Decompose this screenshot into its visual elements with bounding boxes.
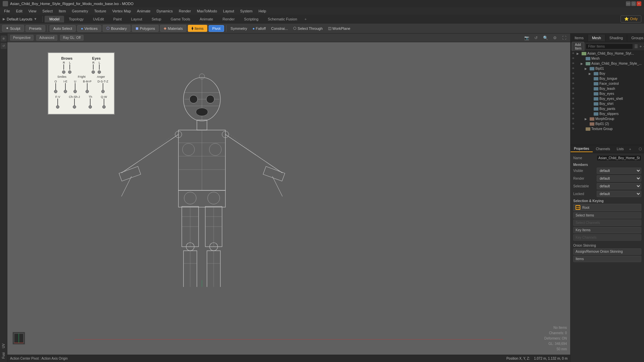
visibility-icon[interactable]: 👁 bbox=[572, 102, 576, 105]
boundary-button[interactable]: ⬡ Boundary bbox=[103, 25, 130, 32]
tree-item[interactable]: 👁 Face_control bbox=[571, 81, 644, 86]
visibility-icon[interactable]: 👁 bbox=[572, 72, 576, 75]
visibility-icon[interactable]: 👁 bbox=[572, 117, 576, 120]
select-channels-button[interactable]: Select Channels bbox=[573, 220, 641, 226]
menu-animate[interactable]: Animate bbox=[134, 8, 153, 14]
select-items-button[interactable]: Select Items bbox=[573, 212, 641, 219]
tree-item[interactable]: 👁 Boy_eyes bbox=[571, 91, 644, 96]
locked-select[interactable]: default bbox=[597, 191, 641, 197]
menu-help[interactable]: Help bbox=[256, 8, 269, 14]
visibility-icon[interactable]: 👁 bbox=[572, 52, 576, 55]
menu-texture[interactable]: Texture bbox=[92, 8, 109, 14]
render-select[interactable]: default bbox=[597, 175, 641, 182]
tree-item[interactable]: 👁 Bip01 (2) bbox=[571, 121, 644, 126]
tree-item[interactable]: 👁 Texture Group bbox=[571, 126, 644, 131]
constraints-check[interactable]: Constrai... bbox=[269, 26, 290, 31]
menu-view[interactable]: View bbox=[26, 8, 39, 14]
key-items-button[interactable]: Key Items bbox=[573, 227, 641, 233]
tab-model[interactable]: Model bbox=[45, 16, 64, 22]
close-button[interactable]: ✕ bbox=[637, 1, 641, 6]
tab-game-tools[interactable]: Game Tools bbox=[166, 16, 195, 22]
rp-tab-items[interactable]: Items bbox=[571, 35, 588, 41]
ray-gl-button[interactable]: Ray GL: Off bbox=[60, 35, 84, 41]
menu-file[interactable]: File bbox=[1, 8, 13, 14]
name-input[interactable] bbox=[597, 155, 641, 161]
tree-item[interactable]: 👁 ▶ Bip01 bbox=[571, 66, 644, 71]
tree-item[interactable]: 👁 ▶ Boy bbox=[571, 71, 644, 76]
sculpt-button[interactable]: ✦ Sculpt bbox=[2, 25, 24, 32]
tree-item[interactable]: 👁 Boy_pants bbox=[571, 106, 644, 111]
layout-selector[interactable]: Default Layouts bbox=[7, 17, 32, 21]
visibility-icon[interactable]: 👁 bbox=[572, 82, 576, 85]
auto-select-button[interactable]: Auto Select bbox=[50, 25, 76, 32]
rp-tab-groups[interactable]: Groups bbox=[627, 35, 644, 41]
tree-item[interactable]: 👁 ▶ MorphGroup bbox=[571, 116, 644, 121]
visibility-icon[interactable]: 👁 bbox=[572, 77, 576, 80]
visibility-icon[interactable]: 👁 bbox=[572, 87, 576, 90]
tab-setup[interactable]: Setup bbox=[147, 16, 166, 22]
rp-tab-mesh[interactable]: Mesh bbox=[588, 35, 605, 41]
tree-item[interactable]: 👁 Boy_slippers bbox=[571, 111, 644, 116]
visibility-icon[interactable]: 👁 bbox=[572, 112, 576, 115]
selectable-select[interactable]: default bbox=[597, 183, 641, 189]
left-tool-2[interactable]: ↺ bbox=[1, 43, 7, 49]
key-channels-button[interactable]: Key Channels bbox=[573, 234, 641, 241]
falloff-check[interactable]: ● Falloff bbox=[251, 26, 268, 31]
list-view-icon[interactable]: ☰ bbox=[634, 44, 638, 50]
tree-item[interactable]: 👁 ▶ Asian_Child_Boy_Home_Style_... bbox=[571, 61, 644, 66]
workplane-check[interactable]: ◫ WorkPlane bbox=[326, 25, 353, 31]
tree-item[interactable]: 👁 Boy_tongue bbox=[571, 76, 644, 81]
polygons-button[interactable]: ◼ Polygons bbox=[132, 25, 159, 32]
visible-select[interactable]: default bbox=[597, 168, 641, 174]
add-tab-button[interactable]: + bbox=[302, 16, 309, 22]
tree-item[interactable]: 👁 Mesh bbox=[571, 56, 644, 61]
visibility-icon[interactable]: 👁 bbox=[572, 122, 576, 125]
menu-geometry[interactable]: Geometry bbox=[69, 8, 91, 14]
symmetry-check[interactable]: Symmetry bbox=[228, 26, 249, 31]
props-tab-lists[interactable]: Lists bbox=[613, 146, 627, 152]
tab-uvedit[interactable]: UvEdit bbox=[88, 16, 108, 22]
tab-scripting[interactable]: Scripting bbox=[239, 16, 263, 22]
root-button[interactable]: Root bbox=[573, 204, 641, 211]
window-controls[interactable]: — □ ✕ bbox=[626, 1, 641, 6]
tree-item[interactable]: 👁 Boy_shirt bbox=[571, 101, 644, 106]
materials-button[interactable]: ◈ Materials bbox=[160, 25, 186, 32]
props-tab-properties[interactable]: Properties bbox=[571, 146, 593, 152]
add-item-button[interactable]: Add Item bbox=[572, 42, 584, 51]
list-plus-icon[interactable]: + bbox=[639, 44, 642, 50]
vp-icon-settings[interactable]: ⚙ bbox=[551, 35, 558, 41]
tab-render[interactable]: Render bbox=[218, 16, 239, 22]
vp-icon-zoom[interactable]: 🔍 bbox=[542, 35, 549, 41]
props-expand-button[interactable]: ⬡ bbox=[637, 146, 644, 152]
tree-item[interactable]: 👁 Boy_leash bbox=[571, 86, 644, 91]
menu-dynamics[interactable]: Dynamics bbox=[154, 8, 175, 14]
visibility-icon[interactable]: 👁 bbox=[572, 67, 576, 70]
filter-items-input[interactable] bbox=[586, 44, 633, 49]
visibility-icon[interactable]: 👁 bbox=[572, 127, 576, 130]
pivot-button[interactable]: Pivot bbox=[209, 25, 224, 32]
visibility-icon[interactable]: 👁 bbox=[572, 57, 576, 60]
rp-tab-shading[interactable]: Shading bbox=[605, 35, 627, 41]
presets-button[interactable]: Presets bbox=[25, 25, 45, 32]
left-tool-1[interactable]: ⊕ bbox=[1, 36, 7, 42]
menu-layout[interactable]: Layout bbox=[220, 8, 237, 14]
visibility-icon[interactable]: 👁 bbox=[572, 62, 576, 65]
maximize-button[interactable]: □ bbox=[631, 1, 636, 6]
perspective-button[interactable]: Perspective bbox=[10, 35, 34, 41]
menu-item[interactable]: Item bbox=[56, 8, 68, 14]
onion-items-button[interactable]: Items bbox=[573, 256, 641, 262]
left-vtab-fusi[interactable]: Fusi bbox=[1, 350, 6, 361]
tab-animate[interactable]: Animate bbox=[195, 16, 218, 22]
left-vtab-uv[interactable]: UV bbox=[1, 342, 6, 350]
viewport-3d[interactable]: Brows R L bbox=[7, 42, 570, 355]
tab-schematic-fusion[interactable]: Schematic Fusion bbox=[263, 16, 302, 22]
menu-system[interactable]: System bbox=[237, 8, 255, 14]
menu-select[interactable]: Select bbox=[40, 8, 55, 14]
menu-render[interactable]: Render bbox=[176, 8, 194, 14]
tab-topology[interactable]: Topology bbox=[64, 16, 88, 22]
select-through-check[interactable]: ⬡ Select Through bbox=[291, 25, 324, 31]
minimize-button[interactable]: — bbox=[626, 1, 631, 6]
items-button[interactable]: ⧫ Items bbox=[188, 25, 207, 32]
vp-icon-camera[interactable]: 📷 bbox=[523, 35, 530, 41]
advanced-button[interactable]: Advanced bbox=[36, 35, 57, 41]
